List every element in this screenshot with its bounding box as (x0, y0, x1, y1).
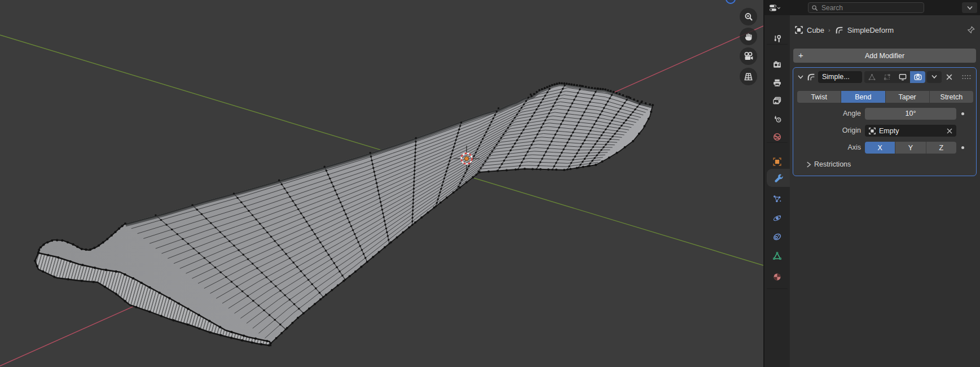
viewport-3d[interactable] (0, 0, 763, 367)
angle-label: Angle (793, 108, 861, 120)
angle-row: Angle 10° (793, 108, 977, 120)
cage-icon (883, 73, 891, 81)
edit-mode-icon (868, 73, 876, 81)
restrictions-label: Restrictions (814, 160, 851, 168)
tab-physics[interactable] (764, 209, 790, 226)
modifier-delete-button[interactable] (943, 71, 955, 83)
tab-material[interactable] (764, 268, 790, 285)
tab-constraints[interactable] (764, 228, 790, 245)
grid-icon (743, 71, 754, 82)
toggle-render-display-button[interactable] (910, 71, 925, 83)
render-camera-icon (913, 73, 922, 81)
origin-row: Origin Empty (793, 125, 977, 137)
monitor-icon (898, 73, 907, 81)
axis-animate-dot[interactable] (961, 146, 964, 149)
tab-view-layer[interactable] (764, 92, 790, 109)
modifier-panel: Simple... (793, 67, 977, 176)
chevron-right-icon (806, 161, 811, 168)
mesh-surface (35, 83, 653, 344)
tab-data[interactable] (764, 247, 790, 264)
search-box[interactable] (808, 2, 924, 13)
toggle-on-cage-button[interactable] (880, 71, 895, 83)
breadcrumb-separator: › (828, 27, 830, 33)
properties-content: Cube › SimpleDeform + Add Modifier (790, 15, 980, 367)
origin-object-field[interactable]: Empty (865, 125, 956, 137)
axis-z-button[interactable]: Z (926, 142, 956, 154)
modifier-name-field[interactable]: Simple... (818, 71, 862, 83)
magnifier-plus-icon (744, 12, 754, 22)
tab-modifiers[interactable] (767, 169, 790, 187)
tab-separator (767, 289, 788, 289)
pan-gizmo-button[interactable] (740, 28, 757, 45)
search-input[interactable] (820, 3, 921, 12)
plus-icon: + (798, 50, 803, 60)
object-icon (868, 127, 876, 135)
tab-output[interactable] (764, 74, 790, 91)
zoom-gizmo-button[interactable] (740, 8, 757, 25)
axis-row: Axis X Y Z (793, 142, 977, 154)
angle-animate-dot[interactable] (961, 112, 964, 115)
axis-segment-group: X Y Z (865, 142, 956, 154)
breadcrumb-object[interactable]: Cube (807, 26, 824, 34)
mode-taper-button[interactable]: Taper (886, 91, 930, 103)
movie-camera-icon (743, 51, 754, 62)
mode-stretch-button[interactable]: Stretch (930, 91, 973, 103)
toggle-edit-mode-button[interactable] (864, 71, 880, 83)
header-options-button[interactable] (962, 2, 977, 13)
breadcrumb: Cube › SimpleDeform (790, 23, 980, 37)
viewport-scene (0, 0, 763, 367)
tab-world[interactable] (764, 128, 790, 145)
axis-y-button[interactable]: Y (895, 142, 926, 154)
mode-twist-button[interactable]: Twist (797, 91, 841, 103)
clear-origin-icon[interactable] (946, 128, 953, 134)
camera-view-gizmo-button[interactable] (740, 47, 757, 65)
properties-editor: Cube › SimpleDeform + Add Modifier (764, 0, 980, 367)
axis-label: Axis (793, 142, 861, 154)
hand-icon (744, 32, 754, 42)
deform-mode-row: Twist Bend Taper Stretch (797, 91, 973, 103)
orthographic-gizmo-button[interactable] (740, 68, 757, 85)
modifier-extras-button[interactable] (927, 71, 942, 83)
origin-label: Origin (793, 125, 861, 137)
angle-value-field[interactable]: 10° (865, 108, 956, 120)
add-modifier-button[interactable]: + Add Modifier (793, 49, 976, 63)
tab-object[interactable] (764, 153, 790, 170)
modifier-display-toggles (864, 71, 925, 83)
search-icon (811, 5, 818, 11)
breadcrumb-modifier[interactable]: SimpleDeform (847, 26, 894, 34)
modifier-panel-header[interactable]: Simple... (793, 70, 976, 84)
properties-editor-icon (769, 3, 780, 12)
simple-deform-icon (834, 25, 844, 35)
object-icon (794, 25, 803, 34)
panel-expand-chevron-icon[interactable] (797, 73, 805, 81)
tab-tool[interactable] (764, 30, 790, 47)
properties-tab-strip (764, 15, 790, 367)
origin-object-name: Empty (879, 127, 943, 135)
toggle-realtime-display-button[interactable] (895, 71, 910, 83)
mode-bend-button[interactable]: Bend (841, 91, 885, 103)
add-modifier-label: Add Modifier (865, 52, 904, 60)
restrictions-subpanel-header[interactable]: Restrictions (806, 160, 851, 168)
tab-particles[interactable] (764, 190, 790, 207)
axis-x-button[interactable]: X (865, 142, 895, 154)
simple-deform-icon (806, 72, 816, 82)
chevron-down-icon (931, 75, 938, 79)
properties-header-bar (764, 0, 980, 15)
drag-dots-icon (961, 74, 972, 80)
modifier-drag-handle[interactable] (961, 74, 973, 80)
tab-scene[interactable] (764, 110, 790, 127)
tab-render[interactable] (764, 56, 790, 73)
pin-icon[interactable] (966, 25, 975, 34)
editor-type-button[interactable] (767, 2, 782, 14)
chevron-down-icon (966, 6, 973, 10)
close-icon (946, 73, 953, 81)
